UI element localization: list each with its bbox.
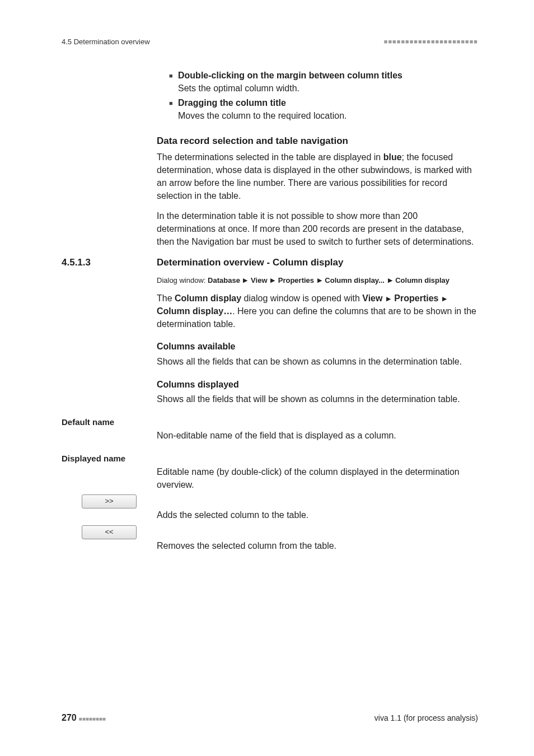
page-footer: 270 ■■■■■■■■ viva 1.1 (for process analy… — [62, 712, 478, 725]
field-label: Default name — [62, 416, 157, 442]
field-description: Non-editable name of the field that is d… — [157, 416, 478, 442]
button-row-remove: << Removes the selected column from the … — [62, 524, 478, 553]
subheading-data-record: Data record selection and table navigati… — [157, 134, 478, 148]
field-label: Displayed name — [62, 452, 157, 491]
paragraph: Shows all the fields that can be shown a… — [157, 356, 478, 368]
button-description: Adds the selected column to the table. — [157, 493, 478, 522]
paragraph: The Column display dialog window is open… — [157, 292, 478, 330]
page-number: 270 — [62, 713, 77, 722]
square-bullet-icon: ■ — [169, 97, 178, 122]
bullet-title: Double-clicking on the margin between co… — [178, 71, 402, 80]
triangle-icon: ▶ — [387, 277, 394, 283]
section-number: 4.5.1.3 — [62, 256, 157, 269]
header-section-path: 4.5 Determination overview — [62, 37, 150, 47]
subheading-columns-available: Columns available — [157, 340, 478, 353]
triangle-icon: ▶ — [385, 295, 392, 302]
section-title: Determination overview - Column display — [157, 256, 343, 269]
button-row-add: >> Adds the selected column to the table… — [62, 493, 478, 522]
field-default-name: Default name Non-editable name of the fi… — [62, 416, 478, 442]
bullet-body-text: Sets the optimal column width. — [178, 83, 299, 93]
bullet-body-text: Moves the column to the required locatio… — [178, 111, 347, 120]
blue-keyword: blue — [383, 152, 402, 162]
paragraph: Shows all the fields that will be shown … — [157, 393, 478, 406]
square-bullet-icon: ■ — [169, 69, 178, 95]
page-header: 4.5 Determination overview ■■■■■■■■■■■■■… — [62, 37, 478, 47]
triangle-icon: ▶ — [441, 295, 448, 302]
bullet-item: ■ Double-clicking on the margin between … — [169, 69, 478, 95]
triangle-icon: ▶ — [316, 277, 323, 283]
dialog-window-path: Dialog window: Database ▶ View ▶ Propert… — [157, 276, 478, 286]
header-dots: ■■■■■■■■■■■■■■■■■■■■■■ — [384, 38, 478, 46]
add-column-button[interactable]: >> — [82, 494, 137, 508]
triangle-icon: ▶ — [269, 277, 276, 283]
field-displayed-name: Displayed name Editable name (by double-… — [62, 452, 478, 491]
field-description: Editable name (by double-click) of the c… — [157, 452, 478, 491]
section-heading-row: 4.5.1.3 Determination overview - Column … — [62, 256, 478, 269]
bullet-item: ■ Dragging the column title Moves the co… — [169, 97, 478, 122]
paragraph: The determinations selected in the table… — [157, 151, 478, 202]
bullet-title: Dragging the column title — [178, 98, 286, 108]
subheading-columns-displayed: Columns displayed — [157, 379, 478, 391]
bullet-list: ■ Double-clicking on the margin between … — [169, 69, 478, 122]
footer-dots: ■■■■■■■■ — [79, 716, 106, 722]
button-description: Removes the selected column from the tab… — [157, 524, 478, 553]
triangle-icon: ▶ — [242, 277, 249, 283]
remove-column-button[interactable]: << — [82, 525, 137, 539]
footer-product: viva 1.1 (for process analysis) — [374, 713, 478, 724]
paragraph: In the determination table it is not pos… — [157, 210, 478, 248]
